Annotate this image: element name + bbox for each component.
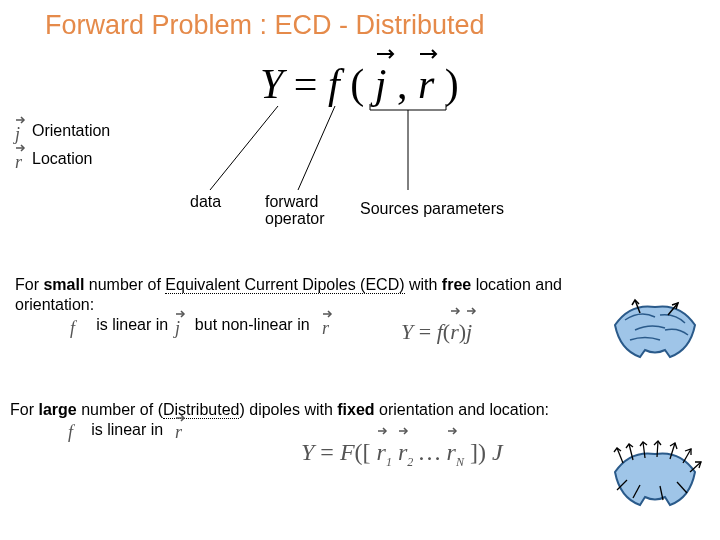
vector-arrow-icon	[377, 427, 389, 439]
dist-f-sym: f	[68, 422, 73, 443]
dist-r-sym: r	[175, 422, 182, 443]
connector-lines	[0, 0, 720, 300]
brain-ecd-icon	[610, 295, 700, 360]
ecd-f-sym: f	[70, 318, 75, 339]
vector-arrow-icon	[398, 427, 410, 439]
ecd-j-sym: j	[175, 318, 180, 339]
distributed-equation: Y = F([ r1 r2 … rN ]) J	[300, 438, 504, 471]
vector-arrow-icon	[175, 310, 187, 318]
ecd-paragraph: For small number of Equivalent Current D…	[15, 275, 595, 335]
svg-line-25	[683, 449, 691, 463]
dist-text-line2: is linear in	[69, 421, 163, 438]
ecd-r-sym: r	[322, 318, 329, 339]
legend-data: data	[190, 193, 221, 211]
legend-sources: Sources parameters	[360, 200, 504, 218]
vector-arrow-icon	[447, 427, 459, 439]
svg-line-5	[298, 106, 335, 190]
svg-line-4	[210, 106, 278, 190]
vector-arrow-icon	[466, 307, 478, 319]
distributed-paragraph: For large number of (Distributed) dipole…	[10, 400, 610, 440]
ecd-text-line3: is linear in but non-linear in	[74, 316, 310, 333]
vector-arrow-icon	[450, 307, 462, 319]
legend-forward: forward	[265, 193, 318, 211]
vector-arrow-icon	[322, 310, 334, 318]
brain-distributed-icon	[605, 430, 705, 510]
vector-arrow-icon	[175, 414, 187, 422]
legend-operator: operator	[265, 210, 325, 228]
ecd-equation: Y = f(r) j	[400, 318, 473, 346]
